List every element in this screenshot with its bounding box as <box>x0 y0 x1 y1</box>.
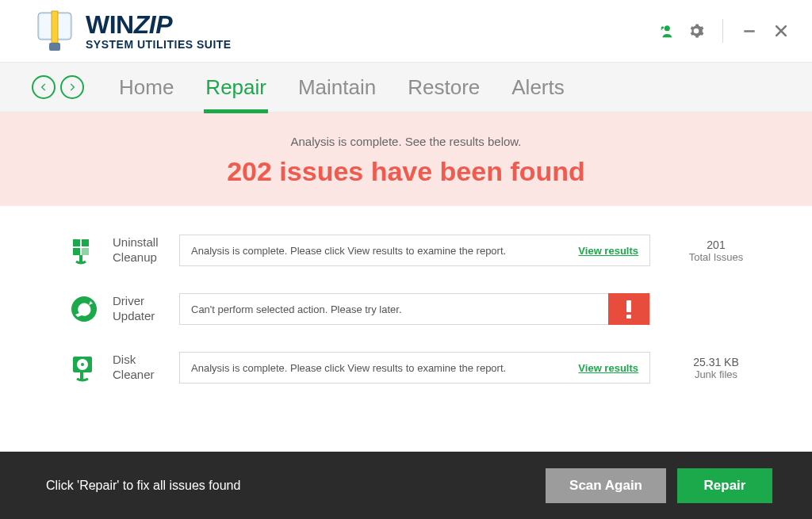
divider <box>722 19 723 43</box>
brand-name: WINZIP <box>86 12 232 37</box>
scan-again-button[interactable]: Scan Again <box>546 468 666 503</box>
svg-point-17 <box>81 363 84 366</box>
svg-rect-8 <box>82 239 89 246</box>
row-meta: 25.31 KB Junk files <box>665 356 768 380</box>
result-row-disk: Disk Cleaner Analysis is complete. Pleas… <box>70 352 768 384</box>
logo: WINZIP SYSTEM UTILITIES SUITE <box>32 8 232 54</box>
brand-subtitle: SYSTEM UTILITIES SUITE <box>86 39 232 50</box>
row-message-box: Analysis is complete. Please click View … <box>179 352 650 384</box>
svg-point-5 <box>665 25 670 31</box>
header: WINZIP SYSTEM UTILITIES SUITE <box>0 0 812 62</box>
footer-hint: Click 'Repair' to fix all issues found <box>46 479 240 493</box>
results-list: Uninstall Cleanup Analysis is complete. … <box>0 206 812 452</box>
row-message: Can't perform selected action. Please tr… <box>191 303 402 315</box>
tab-maintain[interactable]: Maintain <box>282 62 392 113</box>
tab-restore[interactable]: Restore <box>392 62 496 113</box>
banner-subtext: Analysis is complete. See the results be… <box>0 135 812 148</box>
tab-home[interactable]: Home <box>103 62 190 113</box>
svg-rect-3 <box>49 43 60 51</box>
alert-icon <box>608 293 649 325</box>
row-label: Driver Updater <box>113 294 174 324</box>
svg-rect-9 <box>73 248 80 255</box>
close-icon[interactable] <box>772 22 790 40</box>
svg-rect-13 <box>626 300 631 312</box>
meta-label: Junk files <box>665 368 768 380</box>
nav-back-button[interactable] <box>32 75 56 99</box>
meta-value: 25.31 KB <box>665 356 768 368</box>
svg-rect-14 <box>626 315 631 319</box>
view-results-link[interactable]: View results <box>578 362 638 374</box>
row-label: Disk Cleaner <box>113 353 174 383</box>
app-logo-icon <box>32 8 78 54</box>
settings-gear-icon[interactable] <box>688 22 705 40</box>
svg-rect-6 <box>744 30 754 32</box>
svg-rect-10 <box>82 248 89 255</box>
footer-bar: Click 'Repair' to fix all issues found S… <box>0 452 812 519</box>
disk-icon <box>70 353 98 382</box>
svg-rect-2 <box>52 11 58 43</box>
svg-rect-7 <box>73 239 80 246</box>
driver-icon <box>70 295 98 323</box>
row-label: Uninstall Cleanup <box>113 235 174 265</box>
row-message: Analysis is complete. Please click View … <box>191 245 506 257</box>
nav-forward-button[interactable] <box>60 75 84 99</box>
tab-repair[interactable]: Repair <box>190 62 282 113</box>
repair-button[interactable]: Repair <box>677 468 772 503</box>
status-banner: Analysis is complete. See the results be… <box>0 113 812 206</box>
result-row-uninstall: Uninstall Cleanup Analysis is complete. … <box>70 235 768 266</box>
window-controls <box>656 19 790 43</box>
result-row-driver: Driver Updater Can't perform selected ac… <box>70 293 768 325</box>
row-meta: 201 Total Issues <box>665 239 768 263</box>
minimize-icon[interactable] <box>741 22 758 40</box>
uninstall-icon <box>70 236 98 265</box>
row-message-box: Can't perform selected action. Please tr… <box>179 293 650 325</box>
nav-bar: Home Repair Maintain Restore Alerts <box>0 62 812 113</box>
row-message: Analysis is complete. Please click View … <box>191 362 506 374</box>
tab-alerts[interactable]: Alerts <box>496 62 580 113</box>
view-results-link[interactable]: View results <box>578 245 638 257</box>
meta-value: 201 <box>665 239 768 251</box>
help-user-icon[interactable] <box>656 22 673 40</box>
banner-title: 202 issues have been found <box>0 156 812 187</box>
row-message-box: Analysis is complete. Please click View … <box>179 235 650 266</box>
meta-label: Total Issues <box>665 251 768 263</box>
